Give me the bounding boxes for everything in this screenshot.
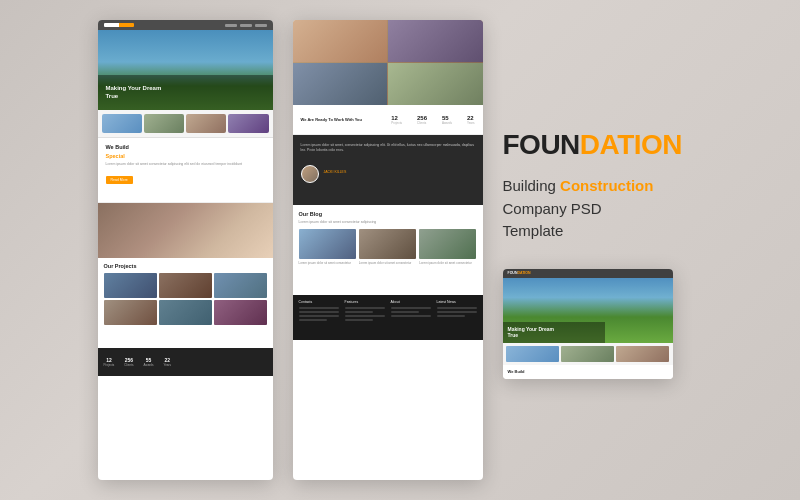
left-hero-overlay: Making Your Dream True — [98, 75, 273, 110]
left-hero-subtitle: True — [106, 93, 265, 101]
footer-col-2: Features — [345, 300, 385, 335]
footer-line-8 — [345, 319, 373, 321]
footer-line-11 — [391, 315, 431, 317]
footer-col-1-title: Contacts — [299, 300, 339, 304]
interior-cell-2 — [388, 20, 483, 62]
left-hero-image: Making Your Dream True — [98, 30, 273, 110]
middle-stat-3: 55 Awards — [442, 115, 452, 125]
brand-tagline: Building Construction Company PSD Templa… — [503, 175, 703, 243]
blog-text-2: Lorem ipsum dolor sit amet consectetur — [359, 261, 416, 265]
footer-line-4 — [299, 319, 327, 321]
left-read-more-button[interactable]: Read More — [106, 176, 133, 184]
info-panel: FOUNDATION Building Construction Company… — [503, 121, 703, 253]
blog-card-1: Lorem ipsum dolor sit amet consectetur — [299, 229, 356, 265]
middle-stats-row: We Are Ready To Work With You 12 Project… — [293, 105, 483, 135]
interior-cell-1 — [293, 20, 388, 62]
footer-col-3-title: About — [391, 300, 431, 304]
thumbnail-2 — [144, 114, 184, 133]
left-nav-logo — [104, 23, 134, 27]
footer-line-3 — [299, 315, 339, 317]
thumbnail-1 — [102, 114, 142, 133]
tagline-line3: Template — [503, 220, 703, 243]
footer-line-14 — [437, 315, 465, 317]
left-stat-3: 55 Awards — [144, 357, 154, 367]
project-cell-5 — [159, 300, 212, 325]
project-cell-6 — [214, 300, 267, 325]
interior-cell-3 — [293, 63, 388, 105]
small-hero-image: Making Your Dream True — [503, 278, 673, 343]
left-build-section: We Build Special Lorem ipsum dolor sit a… — [98, 138, 273, 203]
left-stat-1: 12 Projects — [104, 357, 115, 367]
left-build-text: Lorem ipsum dolor sit amet consectetur a… — [106, 162, 265, 167]
project-cell-1 — [104, 273, 157, 298]
brand-name-part1: FOUN — [503, 129, 580, 160]
project-cell-4 — [104, 300, 157, 325]
testimonial-name: JACKI KILLES — [324, 170, 347, 174]
middle-ready-text: We Are Ready To Work With You — [301, 117, 362, 122]
middle-testimonial: Lorem ipsum dolor sit amet, consectetur … — [293, 135, 483, 205]
left-projects-grid — [104, 273, 267, 325]
tagline-line1: Building Construction — [503, 175, 703, 198]
left-interior-image — [98, 203, 273, 258]
left-nav — [98, 20, 273, 30]
mockup-middle: We Are Ready To Work With You 12 Project… — [293, 20, 483, 480]
nav-link-1 — [225, 24, 237, 27]
left-projects-title: Our Projects — [104, 263, 267, 269]
middle-blog-grid: Lorem ipsum dolor sit amet consectetur L… — [299, 229, 477, 265]
left-thumbnail-row — [98, 110, 273, 138]
small-build-section: We Build — [503, 365, 673, 379]
small-hero-subtitle: True — [508, 332, 600, 339]
left-stats-section: 12 Projects 256 Clients 55 Awards 22 Yea… — [98, 348, 273, 376]
middle-blog-title: Our Blog — [299, 211, 477, 217]
left-build-title: We Build — [106, 144, 265, 150]
blog-text-1: Lorem ipsum dolor sit amet consectetur — [299, 261, 356, 265]
middle-testimonial-text: Lorem ipsum dolor sit amet, consectetur … — [301, 143, 475, 154]
footer-col-1: Contacts — [299, 300, 339, 335]
left-build-subtitle: Special — [106, 153, 265, 159]
footer-col-2-title: Features — [345, 300, 385, 304]
footer-line-2 — [299, 311, 339, 313]
thumbnail-4 — [228, 114, 268, 133]
brand-name-part2: DATION — [580, 129, 682, 160]
thumbnail-3 — [186, 114, 226, 133]
nav-link-2 — [240, 24, 252, 27]
footer-line-9 — [391, 307, 431, 309]
middle-stat-2: 256 Clients — [417, 115, 427, 125]
small-hero-overlay: Making Your Dream True — [503, 322, 605, 343]
footer-line-6 — [345, 311, 373, 313]
footer-line-12 — [437, 307, 477, 309]
interior-cell-4 — [388, 63, 483, 105]
left-nav-links — [225, 24, 267, 27]
blog-image-2 — [359, 229, 416, 259]
small-thumbnail-3 — [616, 346, 669, 362]
main-container: Making Your Dream True We Build Special … — [0, 0, 800, 500]
footer-line-7 — [345, 315, 385, 317]
small-thumbnail-1 — [506, 346, 559, 362]
middle-blog-section: Our Blog Lorem ipsum dolor sit amet cons… — [293, 205, 483, 295]
footer-line-10 — [391, 311, 419, 313]
left-stat-4: 22 Years — [163, 357, 171, 367]
footer-line-1 — [299, 307, 339, 309]
small-nav: FOUNDATION — [503, 269, 673, 278]
blog-card-2: Lorem ipsum dolor sit amet consectetur — [359, 229, 416, 265]
mockup-left: Making Your Dream True We Build Special … — [98, 20, 273, 480]
footer-col-4-title: Latest News — [437, 300, 477, 304]
blog-image-3 — [419, 229, 476, 259]
middle-stat-1: 12 Projects — [391, 115, 402, 125]
tagline-text-construction: Construction — [560, 177, 653, 194]
footer-col-4: Latest News — [437, 300, 477, 335]
footer-line-5 — [345, 307, 385, 309]
middle-interior-top — [293, 20, 483, 105]
footer-col-3: About — [391, 300, 431, 335]
left-stat-2: 256 Clients — [124, 357, 133, 367]
blog-text-3: Lorem ipsum dolor sit amet consectetur — [419, 261, 476, 265]
footer-line-13 — [437, 311, 477, 313]
left-projects-section: Our Projects — [98, 258, 273, 348]
small-nav-logo: FOUNDATION — [508, 271, 531, 275]
middle-footer: Contacts Features About Latest News — [293, 295, 483, 340]
project-cell-2 — [159, 273, 212, 298]
blog-card-3: Lorem ipsum dolor sit amet consectetur — [419, 229, 476, 265]
left-hero-title: Making Your Dream — [106, 85, 265, 93]
small-build-title: We Build — [508, 369, 525, 374]
project-cell-3 — [214, 273, 267, 298]
